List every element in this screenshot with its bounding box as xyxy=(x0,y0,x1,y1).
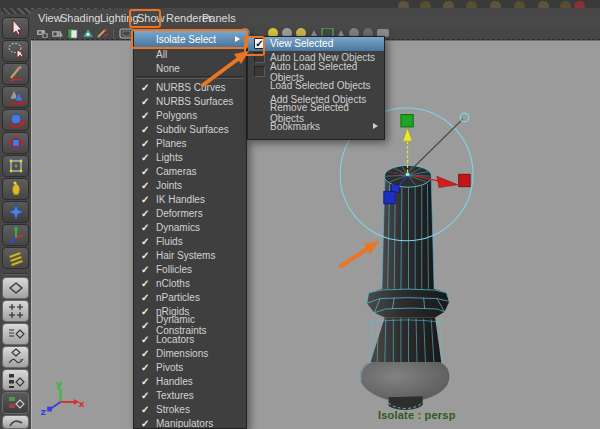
panel-menu-bar: View Shading Lighting Show Renderer Pane… xyxy=(31,9,600,28)
custom-tool-button[interactable] xyxy=(2,247,29,269)
show-menu-item-label: Dynamics xyxy=(156,222,200,233)
show-menu-item[interactable]: Polygons xyxy=(134,108,246,122)
menu-item-isolate-select[interactable]: Isolate Select xyxy=(134,31,246,47)
submenu-item-load-selected[interactable]: Load Selected Objects xyxy=(248,78,384,92)
last-tool-button[interactable] xyxy=(2,224,29,246)
menu-item-all[interactable]: All xyxy=(134,47,246,61)
show-menu-item-label: Textures xyxy=(156,390,194,401)
check-icon xyxy=(141,180,152,191)
show-menu-item[interactable]: NURBS Surfaces xyxy=(134,94,246,108)
move-tool-button[interactable] xyxy=(2,86,29,108)
show-menu-item[interactable]: Hair Systems xyxy=(134,248,246,262)
show-menu-item[interactable]: NURBS Curves xyxy=(134,80,246,94)
show-manipulator-button[interactable] xyxy=(2,201,29,223)
rotate-tool-button[interactable] xyxy=(2,109,29,131)
y-axis-cube-handle[interactable] xyxy=(401,115,413,127)
soft-modification-button[interactable] xyxy=(2,178,29,200)
check-icon xyxy=(141,194,152,205)
show-menu-item[interactable]: Textures xyxy=(134,388,246,402)
paint-selection-tool-button[interactable] xyxy=(2,63,29,85)
z-axis-cube-handle[interactable] xyxy=(384,191,395,203)
manipulator-pole xyxy=(407,119,463,174)
menu-item-none[interactable]: None xyxy=(134,61,246,75)
checkbox-unchecked-icon[interactable] xyxy=(254,66,265,77)
show-menu-item[interactable]: Manipulators xyxy=(134,416,246,429)
select-tool-icon xyxy=(6,18,26,38)
bookmark-icon[interactable] xyxy=(66,28,79,39)
menu-show[interactable]: Show xyxy=(137,12,165,24)
show-menu-item[interactable]: Follicles xyxy=(134,262,246,276)
shelf-icon xyxy=(443,1,454,8)
select-tool-button[interactable] xyxy=(2,17,29,39)
check-icon xyxy=(141,334,152,345)
show-menu-item[interactable]: IK Handles xyxy=(134,192,246,206)
show-menu-item[interactable]: Fluids xyxy=(134,234,246,248)
check-icon xyxy=(141,110,152,121)
submenu-arrow-icon xyxy=(235,36,240,42)
submenu-item-auto-load-selected[interactable]: Auto Load Selected Objects xyxy=(248,65,384,79)
check-icon xyxy=(141,96,152,107)
show-menu-item-label: nParticles xyxy=(156,292,200,303)
layout-single-pane-button[interactable] xyxy=(2,277,29,299)
show-menu-item[interactable]: Planes xyxy=(134,136,246,150)
show-menu-item-label: Deformers xyxy=(156,208,203,219)
checkbox-checked-icon[interactable] xyxy=(254,38,265,49)
layout-hypergraph-persp-button[interactable] xyxy=(2,392,29,414)
universal-manipulator-button[interactable] xyxy=(2,155,29,177)
check-icon xyxy=(141,152,152,163)
submenu-item-bookmarks[interactable]: Bookmarks xyxy=(248,120,384,134)
scale-tool-button[interactable] xyxy=(2,132,29,154)
camera-attrs-icon[interactable] xyxy=(81,28,94,39)
x-axis-cube-handle[interactable] xyxy=(459,174,470,186)
layout-persp-graph-button[interactable] xyxy=(2,346,29,368)
submenu-item-remove-selected[interactable]: Remove Selected Objects xyxy=(248,106,384,120)
lasso-select-tool-icon xyxy=(6,41,26,61)
show-menu-item[interactable]: Strokes xyxy=(134,402,246,416)
layout-extra-button[interactable] xyxy=(2,415,29,429)
checkbox-unchecked-icon[interactable] xyxy=(254,52,265,63)
show-menu-item-label: Planes xyxy=(156,138,187,149)
layout-hypergraph-persp-icon xyxy=(6,393,26,413)
menu-lighting[interactable]: Lighting xyxy=(100,12,139,24)
show-menu-item[interactable]: Locators xyxy=(134,332,246,346)
show-menu-item[interactable]: Dynamics xyxy=(134,220,246,234)
grease-pencil-icon[interactable] xyxy=(96,28,109,39)
show-menu-item[interactable]: Subdiv Surfaces xyxy=(134,122,246,136)
menu-shading[interactable]: Shading xyxy=(60,12,100,24)
menu-view[interactable]: View xyxy=(38,12,62,24)
menu-panels[interactable]: Panels xyxy=(202,12,236,24)
show-menu-item[interactable]: Cameras xyxy=(134,164,246,178)
show-menu-item[interactable]: Deformers xyxy=(134,206,246,220)
layout-hypershade-persp-button[interactable] xyxy=(2,369,29,391)
shelf-icon xyxy=(490,1,501,8)
check-icon xyxy=(141,306,152,317)
manipulator-center[interactable] xyxy=(406,172,410,176)
film-gate-icon[interactable] xyxy=(119,28,134,39)
show-menu-item[interactable]: Handles xyxy=(134,374,246,388)
camera-pair-icon[interactable] xyxy=(36,28,49,39)
show-menu-item[interactable]: Dimensions xyxy=(134,346,246,360)
show-menu-item-label: Cameras xyxy=(156,166,197,177)
camera-select-icon[interactable] xyxy=(51,28,64,39)
submenu-item-view-selected[interactable]: View Selected xyxy=(248,37,384,51)
layout-four-pane-button[interactable] xyxy=(2,300,29,322)
model-mesh[interactable] xyxy=(360,165,449,410)
show-menu-item[interactable]: Lights xyxy=(134,150,246,164)
show-menu-item[interactable]: Pivots xyxy=(134,360,246,374)
check-icon xyxy=(141,222,152,233)
show-menu-item[interactable]: Dynamic Constraints xyxy=(134,318,246,332)
show-menu-item-label: Lights xyxy=(156,152,183,163)
pole-handle[interactable] xyxy=(460,113,469,122)
check-icon xyxy=(141,362,152,373)
y-axis-arrowhead[interactable] xyxy=(403,128,412,141)
paint-selection-tool-icon xyxy=(6,64,26,84)
layout-outliner-persp-button[interactable] xyxy=(2,323,29,345)
show-menu-item-label: NURBS Curves xyxy=(156,82,225,93)
show-menu-item[interactable]: nParticles xyxy=(134,290,246,304)
submenu-arrow-icon xyxy=(373,123,378,129)
show-menu-item[interactable]: Joints xyxy=(134,178,246,192)
x-axis-arrowhead[interactable] xyxy=(437,176,458,187)
lasso-select-tool-button[interactable] xyxy=(2,40,29,62)
shelf-icon xyxy=(398,1,409,8)
show-menu-item[interactable]: nCloths xyxy=(134,276,246,290)
